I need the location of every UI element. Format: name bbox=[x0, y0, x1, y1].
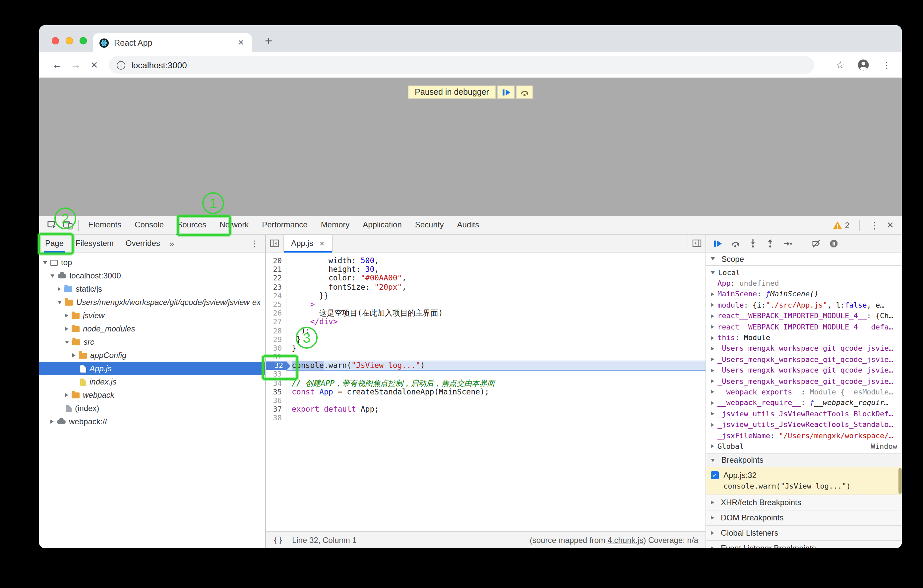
scope-section-local[interactable]: Local bbox=[706, 267, 902, 278]
devtools-tab-security[interactable]: Security bbox=[409, 216, 450, 234]
code-text[interactable]: width: 500, bbox=[286, 256, 706, 265]
gutter-line-number-36[interactable]: 36 bbox=[266, 396, 286, 405]
gutter-line-number-25[interactable]: 25 bbox=[266, 300, 286, 309]
profile-avatar-icon[interactable] bbox=[857, 59, 869, 71]
deactivate-breakpoints-icon[interactable] bbox=[811, 239, 821, 248]
chevron-right-icon[interactable] bbox=[711, 292, 714, 296]
step-icon[interactable] bbox=[783, 239, 792, 248]
devtools-tab-memory[interactable]: Memory bbox=[314, 216, 356, 234]
scope-var-jsview-utils-jsviewreacttools-standalo[interactable]: _jsview_utils_JsViewReactTools_Standalo… bbox=[706, 419, 902, 430]
tree-item-localhost-3000[interactable]: localhost:3000 bbox=[39, 269, 265, 283]
chevron-right-icon[interactable] bbox=[65, 393, 68, 397]
scope-var-module[interactable]: module: {i: "./src/App.js", l: false, e… bbox=[706, 300, 902, 310]
step-over-button[interactable] bbox=[516, 85, 534, 99]
step-out-icon[interactable] bbox=[766, 239, 775, 248]
code-text[interactable]: }} bbox=[286, 292, 706, 300]
scope-var-this[interactable]: this: Module bbox=[706, 332, 902, 343]
scope-var-mainscene[interactable]: MainScene: ƒ MainScene() bbox=[706, 289, 902, 300]
code-area[interactable]: 20 width: 500,21 height: 30,22 color: "#… bbox=[266, 253, 706, 531]
chevron-right-icon[interactable] bbox=[711, 546, 714, 548]
code-text[interactable]: color: "#00AA00", bbox=[286, 274, 706, 283]
devtools-tab-performance[interactable]: Performance bbox=[255, 216, 314, 234]
tab-close-icon[interactable]: ✕ bbox=[237, 37, 245, 48]
code-text[interactable] bbox=[286, 414, 706, 423]
gutter-line-number-21[interactable]: 21 bbox=[266, 265, 286, 274]
scope-var-webpack-exports[interactable]: __webpack_exports__: Module {__esModule… bbox=[706, 387, 902, 398]
chevron-right-icon[interactable] bbox=[65, 314, 68, 317]
gutter-line-number-38[interactable]: 38 bbox=[266, 414, 286, 423]
gutter-line-number-20[interactable]: 20 bbox=[266, 256, 286, 265]
gutter-line-number-22[interactable]: 22 bbox=[266, 274, 286, 283]
devtools-tab-application[interactable]: Application bbox=[356, 216, 408, 234]
tree-item-app-js[interactable]: App.js bbox=[39, 362, 265, 375]
code-text[interactable]: </div> bbox=[286, 318, 706, 327]
chevron-right-icon[interactable] bbox=[711, 368, 714, 372]
chevron-right-icon[interactable] bbox=[72, 353, 76, 357]
chevron-down-icon[interactable] bbox=[50, 274, 54, 278]
scope-var-jsview-utils-jsviewreacttools-blockdef[interactable]: _jsview_utils_JsViewReactTools_BlockDef… bbox=[706, 408, 902, 419]
step-into-icon[interactable] bbox=[749, 239, 757, 248]
chevron-right-icon[interactable] bbox=[711, 303, 714, 307]
chevron-right-icon[interactable] bbox=[711, 336, 714, 340]
tree-item-static-js[interactable]: static/js bbox=[39, 283, 265, 296]
tree-item-jsview[interactable]: jsview bbox=[39, 309, 265, 322]
editor-tab-appjs[interactable]: App.js ✕ bbox=[284, 234, 333, 252]
scope-var-users-mengxk-workspace-git-qcode-jsvie[interactable]: _Users_mengxk_workspace_git_qcode_jsvie… bbox=[706, 376, 902, 387]
code-text[interactable] bbox=[286, 396, 706, 405]
tree-item-src[interactable]: src bbox=[39, 335, 265, 349]
resume-icon[interactable] bbox=[713, 239, 722, 248]
gutter-line-number-34[interactable]: 34 bbox=[266, 379, 286, 388]
breakpoint-entry[interactable]: ✓ App.js:32 console.warn("JsView log..."… bbox=[706, 467, 902, 495]
tree-item-appconfig[interactable]: appConfig bbox=[39, 349, 265, 362]
chevron-right-icon[interactable] bbox=[711, 516, 714, 519]
code-text[interactable] bbox=[286, 353, 706, 361]
chevron-right-icon[interactable] bbox=[711, 412, 714, 416]
chevron-right-icon[interactable] bbox=[711, 379, 714, 383]
pause-on-exceptions-icon[interactable] bbox=[829, 239, 838, 248]
tree-item-users-mengxk-workspace-git-qcode-jsview-jsview-ex[interactable]: Users/mengxk/workspace/git/qcode/jsview/… bbox=[39, 296, 265, 309]
devtools-tab-elements[interactable]: Elements bbox=[82, 216, 128, 234]
window-zoom-button[interactable] bbox=[80, 37, 87, 44]
bookmark-star-icon[interactable]: ☆ bbox=[836, 59, 845, 71]
gutter-line-number-35[interactable]: 35 bbox=[266, 388, 286, 396]
chevron-right-icon[interactable] bbox=[711, 390, 714, 394]
step-over-icon[interactable] bbox=[731, 239, 740, 248]
back-button-icon[interactable]: ← bbox=[48, 59, 66, 71]
address-bar[interactable]: i localhost:3000 bbox=[109, 56, 814, 74]
browser-menu-icon[interactable]: ⋮ bbox=[882, 60, 891, 70]
chevron-down-icon[interactable] bbox=[43, 261, 47, 264]
chevron-down-icon[interactable] bbox=[711, 271, 715, 274]
code-text[interactable]: const App = createStandaloneApp(MainScen… bbox=[286, 388, 706, 396]
gutter-line-number-23[interactable]: 23 bbox=[266, 283, 286, 291]
navigator-tab-filesystem[interactable]: Filesystem bbox=[70, 234, 120, 252]
browser-tab[interactable]: React App ✕ bbox=[93, 33, 252, 53]
section-event-listener-breakpoints[interactable]: Event Listener Breakpoints bbox=[706, 540, 902, 548]
section-global-listeners[interactable]: Global Listeners bbox=[706, 526, 902, 540]
code-text[interactable]: console.warn("JsView log...") bbox=[286, 361, 706, 370]
code-text[interactable] bbox=[286, 370, 706, 379]
gutter-line-number-29[interactable]: 29 bbox=[266, 335, 286, 344]
code-text[interactable]: } bbox=[286, 344, 706, 353]
gutter-line-number-26[interactable]: 26 bbox=[266, 309, 286, 317]
site-info-icon[interactable]: i bbox=[117, 61, 125, 69]
warning-badge[interactable]: 2 bbox=[833, 220, 849, 230]
window-close-button[interactable] bbox=[52, 37, 59, 44]
code-text[interactable]: > bbox=[286, 300, 706, 309]
gutter-line-number-37[interactable]: 37 bbox=[266, 405, 286, 414]
devtools-tab-audits[interactable]: Audits bbox=[450, 216, 486, 234]
scrollbar-thumb[interactable] bbox=[898, 468, 902, 494]
chevron-down-icon[interactable] bbox=[57, 301, 62, 304]
breakpoint-checkbox[interactable]: ✓ bbox=[711, 471, 719, 479]
tree-item-webpack[interactable]: webpack:// bbox=[39, 415, 265, 428]
chevron-right-icon[interactable] bbox=[711, 423, 714, 427]
gutter-line-number-24[interactable]: 24 bbox=[266, 292, 286, 300]
scope-var-jsxfilename[interactable]: _jsxFileName: "/Users/mengxk/workspace/… bbox=[706, 430, 902, 441]
forward-button-icon[interactable]: → bbox=[66, 59, 85, 71]
code-text[interactable]: ); bbox=[286, 327, 706, 335]
scope-var-react-webpack-imported-module-4-defa[interactable]: react__WEBPACK_IMPORTED_MODULE_4___defa… bbox=[706, 322, 902, 332]
scope-section-global[interactable]: GlobalWindow bbox=[706, 441, 902, 452]
tree-item-index-js[interactable]: index.js bbox=[39, 375, 265, 388]
chevron-right-icon[interactable] bbox=[711, 325, 714, 329]
window-minimize-button[interactable] bbox=[66, 37, 73, 44]
tree-item-index[interactable]: (index) bbox=[39, 402, 265, 415]
